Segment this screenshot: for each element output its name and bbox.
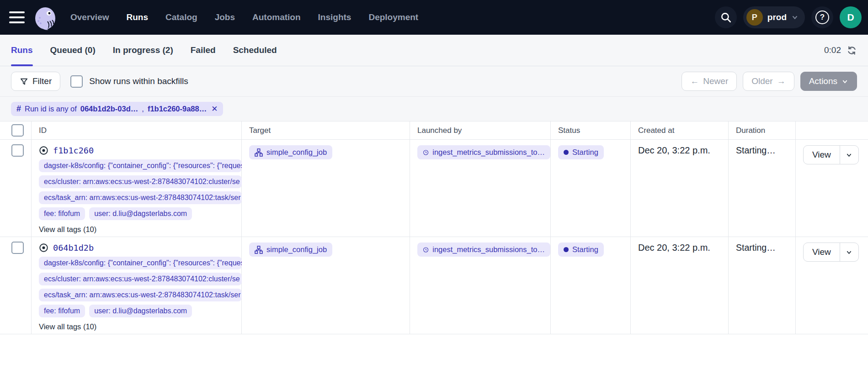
status-label: Starting	[572, 245, 598, 254]
tag-fee[interactable]: fee: fifofum	[39, 305, 85, 317]
target-job-pill[interactable]: simple_config_job	[249, 145, 332, 159]
filter-chip-run-id-2: f1b1c260-9a88…	[148, 105, 207, 113]
help-icon: ?	[815, 11, 829, 24]
nav-item-jobs[interactable]: Jobs	[215, 12, 235, 22]
view-split-button: View	[803, 145, 859, 164]
created-at-value: Dec 20, 3:22 p.m.	[638, 144, 710, 155]
help-button[interactable]: ?	[811, 6, 833, 28]
launched-by-pill[interactable]: ingest_metrics_submissions_to…	[417, 145, 550, 159]
tag-ecs-task-arn[interactable]: ecs/task_arn: arn:aws:ecs:us-west-2:8784…	[39, 191, 242, 204]
hash-icon: #	[16, 104, 21, 114]
tag-fee[interactable]: fee: fifofum	[39, 207, 85, 220]
deployment-avatar: P	[746, 9, 763, 26]
status-pill[interactable]: Starting	[558, 243, 604, 257]
deployment-name: prod	[767, 12, 787, 22]
arrow-left-icon: ←	[690, 76, 699, 86]
header-target: Target	[242, 121, 410, 140]
tag-user[interactable]: user: d.liu@dagsterlabs.com	[89, 207, 192, 220]
view-split-button: View	[803, 243, 859, 262]
duration-value: Starting…	[736, 144, 776, 155]
target-job-label: simple_config_job	[266, 245, 327, 254]
run-status-circle-icon	[39, 146, 48, 155]
header-launched-by: Launched by	[410, 121, 551, 140]
search-icon	[720, 11, 732, 23]
status-dot-icon	[564, 150, 569, 155]
job-graph-icon	[255, 246, 263, 254]
older-button[interactable]: Older →	[743, 72, 794, 91]
select-all-checkbox[interactable]	[11, 124, 24, 137]
nav-item-deployment[interactable]: Deployment	[368, 12, 418, 22]
filter-chip-prefix: Run id is any of	[25, 105, 77, 113]
active-filters-row: # Run id is any of 064b1d2b-03d… , f1b1c…	[0, 97, 868, 121]
runs-tabs-bar: Runs Queued (0) In progress (2) Failed S…	[0, 35, 868, 66]
table-row: f1b1c260 dagster-k8s/config: {"container…	[0, 140, 868, 237]
nav-item-automation[interactable]: Automation	[252, 12, 301, 22]
refresh-countdown: 0:02	[824, 45, 841, 55]
header-duration: Duration	[729, 121, 796, 140]
sensor-clock-icon	[423, 148, 429, 157]
view-button[interactable]: View	[804, 146, 840, 164]
header-created-at: Created at	[631, 121, 729, 140]
view-all-tags-link[interactable]: View all tags (10)	[39, 225, 96, 234]
main-navigation: Overview Runs Catalog Jobs Automation In…	[70, 12, 418, 22]
view-button[interactable]: View	[804, 243, 840, 261]
target-job-pill[interactable]: simple_config_job	[249, 243, 332, 257]
status-label: Starting	[572, 148, 598, 157]
view-all-tags-link[interactable]: View all tags (10)	[39, 322, 96, 331]
deployment-switcher[interactable]: P prod	[743, 6, 805, 28]
refresh-icon	[847, 45, 857, 56]
nav-item-catalog[interactable]: Catalog	[165, 12, 197, 22]
tag-ecs-cluster[interactable]: ecs/cluster: arn:aws:ecs:us-west-2:87848…	[39, 175, 242, 188]
nav-item-insights[interactable]: Insights	[318, 12, 351, 22]
run-status-circle-icon	[39, 243, 48, 253]
nav-item-overview[interactable]: Overview	[70, 12, 109, 22]
newer-button[interactable]: ← Newer	[682, 72, 737, 91]
view-dropdown-button[interactable]	[840, 146, 858, 164]
tag-dagster-k8s-config[interactable]: dagster-k8s/config: {"container_config":…	[39, 257, 242, 269]
tab-runs[interactable]: Runs	[11, 35, 33, 66]
tab-in-progress[interactable]: In progress (2)	[113, 35, 173, 66]
view-dropdown-button[interactable]	[840, 243, 858, 261]
runs-table: ID Target Launched by Status Created at …	[0, 121, 868, 334]
search-button[interactable]	[715, 6, 737, 28]
row-checkbox[interactable]	[11, 144, 24, 157]
tab-failed[interactable]: Failed	[191, 35, 216, 66]
target-job-label: simple_config_job	[266, 148, 327, 157]
chevron-down-icon	[841, 78, 848, 85]
runs-tabs: Runs Queued (0) In progress (2) Failed S…	[11, 35, 277, 66]
status-pill[interactable]: Starting	[558, 145, 604, 159]
filter-button-label: Filter	[32, 76, 52, 86]
run-id-filter-chip[interactable]: # Run id is any of 064b1d2b-03d… , f1b1c…	[11, 102, 223, 116]
tag-ecs-task-arn[interactable]: ecs/task_arn: arn:aws:ecs:us-west-2:8784…	[39, 289, 242, 301]
show-backfills-checkbox[interactable]	[70, 75, 83, 88]
tab-scheduled[interactable]: Scheduled	[233, 35, 277, 66]
refresh-button[interactable]	[847, 45, 857, 56]
tag-dagster-k8s-config[interactable]: dagster-k8s/config: {"container_config":…	[39, 159, 242, 172]
filter-funnel-icon	[20, 77, 28, 86]
tab-queued[interactable]: Queued (0)	[50, 35, 96, 66]
tag-ecs-cluster[interactable]: ecs/cluster: arn:aws:ecs:us-west-2:87848…	[39, 273, 242, 285]
arrow-right-icon: →	[777, 76, 786, 86]
show-backfills-label: Show runs within backfills	[89, 76, 188, 86]
nav-item-runs[interactable]: Runs	[127, 12, 149, 22]
launched-by-label: ingest_metrics_submissions_to…	[432, 148, 545, 157]
row-checkbox[interactable]	[11, 242, 24, 254]
sensor-clock-icon	[423, 246, 429, 254]
duration-value: Starting…	[736, 241, 776, 253]
tag-user[interactable]: user: d.liu@dagsterlabs.com	[89, 305, 192, 317]
header-status: Status	[551, 121, 631, 140]
remove-filter-icon[interactable]: ✕	[211, 104, 218, 114]
runs-toolbar: Filter Show runs within backfills ← Newe…	[0, 66, 868, 97]
hamburger-menu-icon[interactable]	[9, 11, 25, 23]
status-dot-icon	[564, 247, 569, 252]
run-id-link[interactable]: f1b1c260	[53, 146, 94, 155]
filter-button[interactable]: Filter	[11, 72, 60, 91]
actions-button[interactable]: Actions	[800, 72, 857, 91]
chevron-down-icon	[846, 152, 852, 158]
user-avatar[interactable]: D	[840, 6, 862, 28]
launched-by-pill[interactable]: ingest_metrics_submissions_to…	[417, 243, 550, 257]
run-id-link[interactable]: 064b1d2b	[53, 243, 94, 253]
launched-by-label: ingest_metrics_submissions_to…	[432, 245, 545, 254]
created-at-value: Dec 20, 3:22 p.m.	[638, 241, 710, 253]
dagster-logo-icon[interactable]	[32, 6, 59, 32]
